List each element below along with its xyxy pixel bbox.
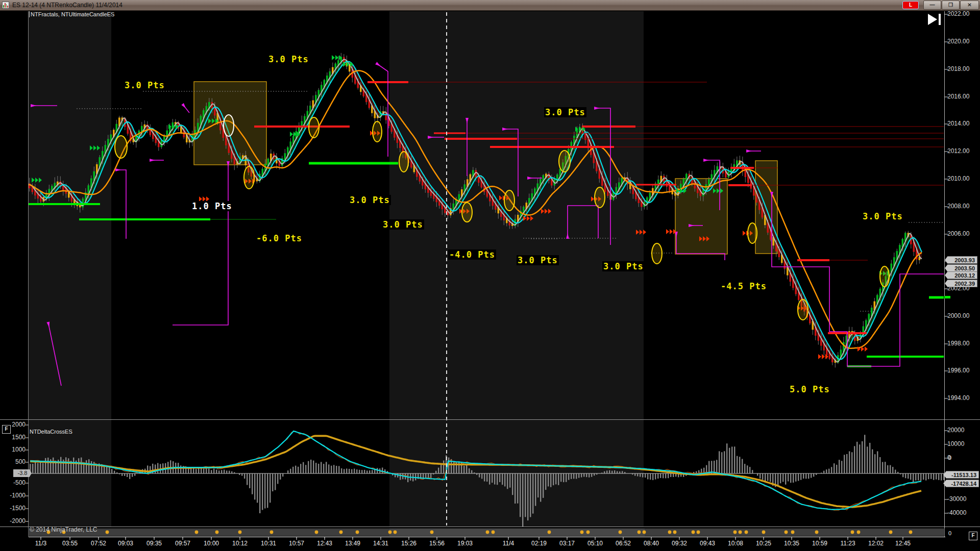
indicator-tick-label: 1500 xyxy=(0,434,26,441)
time-label: 03:55 xyxy=(62,540,78,547)
annotation-label: 3.0 Pts xyxy=(862,211,904,221)
time-label: 06:52 xyxy=(616,540,631,547)
time-label: 02:19 xyxy=(531,540,547,547)
time-label: 10:12 xyxy=(232,540,248,547)
annotation-label: 3.0 Pts xyxy=(267,54,310,64)
time-label: 10:59 xyxy=(812,540,827,547)
time-label: 10:08 xyxy=(728,540,743,547)
price-tick-label: 2006.00 xyxy=(947,230,969,237)
time-label: 03:17 xyxy=(559,540,575,547)
price-tick-label: 2012.00 xyxy=(947,147,969,155)
time-label: 11:23 xyxy=(840,540,855,547)
price-tick-label: 2010.00 xyxy=(947,175,969,182)
price-tick-label: 1996.00 xyxy=(947,367,969,374)
indicator-value-tag: -3.8 xyxy=(13,469,32,477)
price-tag: 2003.50 xyxy=(945,264,977,272)
annotation-label: 3.0 Pts xyxy=(544,107,586,117)
annotation-label: 3.0 Pts xyxy=(517,255,559,265)
price-tick-label: 1998.00 xyxy=(947,340,969,347)
time-label: 11/4 xyxy=(503,540,514,547)
indicator-tick-label: -500 xyxy=(0,479,26,486)
time-label: 15:26 xyxy=(401,540,416,547)
indicator-label: NTDeltaCrossES xyxy=(30,429,72,435)
annotation-label: -4.0 Pts xyxy=(448,249,496,260)
indicator-tick-label: -30000 xyxy=(947,495,966,503)
price-tick-label: 2008.00 xyxy=(947,203,969,210)
annotation-label: 3.0 Pts xyxy=(382,219,424,230)
scrollbar-zero-label: 0 xyxy=(948,530,951,536)
time-label: 12:43 xyxy=(317,540,332,547)
annotation-label: -4.5 Pts xyxy=(720,281,768,291)
time-label: 12:02 xyxy=(868,540,884,547)
indicator-tick-label: 0 xyxy=(947,454,951,461)
time-label: 14:31 xyxy=(373,540,388,547)
price-tag: 2003.93 xyxy=(945,256,977,264)
annotation-label: -6.0 Pts xyxy=(255,233,303,243)
application-window: ES 12-14 (4 NTRenkoCandle) 11/4/2014 L —… xyxy=(0,0,980,551)
time-label: 09:32 xyxy=(672,540,687,547)
price-tick-label: 2016.00 xyxy=(947,93,969,100)
time-label: 10:35 xyxy=(784,540,799,547)
price-tick-label: 2014.00 xyxy=(947,120,969,127)
indicator-tick-label: -40000 xyxy=(947,509,966,516)
indicator-tick-label: -1500 xyxy=(0,505,26,512)
time-label: 08:40 xyxy=(644,540,659,547)
time-label: 10:25 xyxy=(756,540,771,547)
time-label: 10:00 xyxy=(204,540,219,547)
time-label: 12:45 xyxy=(895,540,911,547)
price-tag: 2002.39 xyxy=(945,280,977,287)
indicator-tick-label: 10000 xyxy=(947,440,964,447)
price-tick-label: 2022.00 xyxy=(947,10,969,17)
annotation-label: 3.0 Pts xyxy=(124,80,166,90)
time-label: 05:10 xyxy=(587,540,603,547)
price-tick-label: 1994.00 xyxy=(947,394,969,402)
copyright-text: © 2014 NinjaTrader, LLC xyxy=(30,526,97,533)
time-label: 09:03 xyxy=(118,540,133,547)
main-chart-label: NTFractals, NTUltimateCandleES xyxy=(29,11,114,17)
price-tick-label: 2018.00 xyxy=(947,65,969,72)
indicator-tick-label: 20000 xyxy=(947,427,964,434)
time-label: 13:49 xyxy=(345,540,360,547)
time-label: 09:35 xyxy=(146,540,162,547)
time-label: 10:57 xyxy=(289,540,304,547)
annotation-label: 1.0 Pts xyxy=(191,201,233,211)
bottom-f-button[interactable]: F xyxy=(969,532,977,540)
indicator-tick-label: -2000 xyxy=(0,517,26,524)
price-tick-label: 2000.00 xyxy=(947,312,969,319)
price-tag: 2003.12 xyxy=(945,271,977,279)
annotation-label: 5.0 Pts xyxy=(789,384,831,394)
indicator-value-tag: -17428.14 xyxy=(943,480,979,487)
time-label: 19:03 xyxy=(457,540,473,547)
time-label: 09:43 xyxy=(700,540,715,547)
annotation-label: 3.0 Pts xyxy=(602,261,645,271)
time-label: 15:56 xyxy=(429,540,445,547)
time-label: 09:57 xyxy=(175,540,190,547)
time-label: 11/3 xyxy=(35,540,46,547)
indicator-value-tag: -11513.13 xyxy=(943,471,979,479)
annotation-label: 3.0 Pts xyxy=(349,195,391,205)
indicator-tick-label: 2000 xyxy=(0,421,26,428)
time-label: 07:52 xyxy=(91,540,106,547)
indicator-tick-label: 500 xyxy=(0,458,26,465)
indicator-tick-label: 1000 xyxy=(0,446,26,453)
time-label: 10:31 xyxy=(261,540,276,547)
indicator-tick-label: -1000 xyxy=(0,492,26,499)
price-tick-label: 2020.00 xyxy=(947,38,969,45)
